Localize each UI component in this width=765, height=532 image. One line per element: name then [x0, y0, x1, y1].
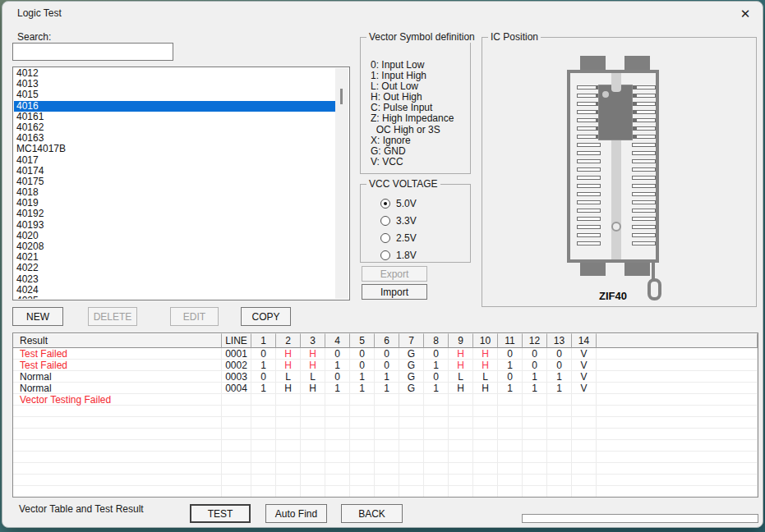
- close-icon[interactable]: ✕: [735, 5, 756, 23]
- empty-cell: [13, 406, 222, 417]
- vector-cell: 0: [251, 348, 276, 360]
- empty-cell: [523, 486, 547, 498]
- list-item-40208[interactable]: 40208: [14, 241, 335, 252]
- empty-cell: [449, 475, 473, 486]
- import-button[interactable]: Import: [362, 284, 427, 300]
- list-item-4016[interactable]: 4016: [14, 101, 335, 112]
- empty-cell: [375, 429, 399, 440]
- vector-cell: H: [473, 348, 498, 360]
- empty-cell: [473, 406, 498, 417]
- empty-cell: [375, 475, 399, 486]
- line-cell: 0004: [222, 383, 251, 394]
- pin-slot-right: [632, 192, 656, 196]
- empty-cell: [399, 440, 424, 452]
- empty-cell: [498, 463, 523, 475]
- pin-slot-left: [577, 241, 601, 245]
- pin-slot-left: [577, 209, 601, 213]
- radio-option-2.5V[interactable]: 2.5V: [380, 232, 417, 244]
- ic-listbox: 4012401340154016401614016240163MC14017B4…: [12, 66, 350, 300]
- table-row-0001[interactable]: Test Failed00010HH000G0HH000V: [13, 348, 758, 360]
- list-item-4017[interactable]: 4017: [14, 155, 335, 166]
- back-button[interactable]: BACK: [341, 504, 403, 523]
- empty-cell: [424, 440, 449, 452]
- pin-slot-left: [577, 110, 597, 114]
- empty-cell: [597, 440, 758, 452]
- vector-cell: L: [301, 371, 325, 383]
- pin-slot-right: [636, 126, 656, 131]
- list-item-4020[interactable]: 4020: [14, 231, 335, 241]
- radio-label-5.0V: 5.0V: [396, 198, 417, 209]
- vcc-voltage-group-title: VCC VOLTAGE: [366, 178, 440, 190]
- test-button[interactable]: TEST: [190, 504, 251, 523]
- ic-position-group-title: IC Position: [488, 31, 541, 43]
- search-input[interactable]: [12, 43, 173, 61]
- table-row-0004[interactable]: Normal00041HH111G1HH111V: [13, 383, 758, 394]
- list-item-4015[interactable]: 4015: [14, 89, 335, 100]
- empty-cell: [597, 417, 758, 429]
- list-item-4012[interactable]: 4012: [14, 68, 335, 79]
- empty-cell: [572, 429, 597, 440]
- vector-cell: [325, 394, 350, 406]
- list-item-4019[interactable]: 4019: [14, 198, 335, 209]
- pin-slot-right: [636, 94, 656, 98]
- vector-cell: 1: [325, 360, 350, 371]
- empty-cell: [350, 452, 375, 463]
- empty-cell: [523, 475, 547, 486]
- filler-cell: [597, 348, 758, 360]
- list-item-4024[interactable]: 4024: [14, 285, 335, 296]
- radio-option-5.0V[interactable]: 5.0V: [380, 198, 417, 209]
- pin-slot-right: [636, 110, 656, 114]
- pin-slot-right: [632, 167, 656, 172]
- empty-cell: [301, 452, 325, 463]
- empty-cell: [222, 440, 251, 452]
- list-item-4023[interactable]: 4023: [14, 274, 335, 285]
- list-item-40193[interactable]: 40193: [14, 220, 335, 231]
- empty-cell: [13, 475, 222, 486]
- table-row-status[interactable]: Vector Testing Failed: [13, 394, 758, 406]
- list-item-4025[interactable]: 4025: [14, 296, 335, 299]
- vcc-radio-group: 5.0V3.3V2.5V1.8V: [380, 198, 417, 261]
- vector-cell: 1: [251, 383, 276, 394]
- list-item-4021[interactable]: 4021: [14, 252, 335, 263]
- vector-cell: 0: [523, 348, 547, 360]
- list-item-40175[interactable]: 40175: [14, 177, 335, 187]
- vector-cell: [301, 394, 325, 406]
- radio-option-3.3V[interactable]: 3.3V: [380, 215, 417, 227]
- auto-find-button[interactable]: Auto Find: [265, 504, 327, 523]
- copy-button[interactable]: COPY: [241, 307, 291, 326]
- list-item-4013[interactable]: 4013: [14, 79, 335, 89]
- empty-cell: [597, 452, 758, 463]
- line-cell: 0002: [222, 360, 251, 371]
- pin-slot-left: [577, 184, 601, 188]
- radio-option-1.8V[interactable]: 1.8V: [380, 250, 417, 261]
- header-cell-8: 8: [424, 333, 449, 348]
- empty-cell: [547, 486, 572, 498]
- list-item-MC14017B[interactable]: MC14017B: [14, 144, 335, 154]
- empty-cell: [251, 429, 276, 440]
- empty-cell: [350, 486, 375, 498]
- empty-cell: [424, 463, 449, 475]
- socket-tab-bottom-left-icon: [580, 262, 606, 276]
- list-item-40162[interactable]: 40162: [14, 122, 335, 133]
- listbox-scrollbar[interactable]: [335, 68, 348, 299]
- table-row-0003[interactable]: Normal00030LL011G0LL011V: [13, 371, 758, 383]
- list-item-4022[interactable]: 4022: [14, 263, 335, 273]
- table-empty-row: [13, 417, 758, 429]
- empty-cell: [473, 429, 498, 440]
- vector-cell: 1: [424, 383, 449, 394]
- scrollbar-thumb[interactable]: [340, 89, 343, 104]
- vector-symbol-group: Vector Symbol definition 0: Input Low1: …: [360, 37, 471, 174]
- list-item-4018[interactable]: 4018: [14, 187, 335, 198]
- empty-cell: [498, 452, 523, 463]
- radio-label-3.3V: 3.3V: [396, 215, 417, 227]
- pin-slot-right: [632, 241, 656, 245]
- empty-cell: [498, 406, 523, 417]
- list-item-40192[interactable]: 40192: [14, 209, 335, 219]
- list-item-40174[interactable]: 40174: [14, 166, 335, 177]
- table-row-0002[interactable]: Test Failed00021HH100G1HH100V: [13, 360, 758, 371]
- pin-slot-right: [636, 85, 656, 89]
- vector-cell: G: [399, 371, 424, 383]
- empty-cell: [523, 452, 547, 463]
- new-button[interactable]: NEW: [12, 307, 63, 326]
- list-item-40161[interactable]: 40161: [14, 112, 335, 122]
